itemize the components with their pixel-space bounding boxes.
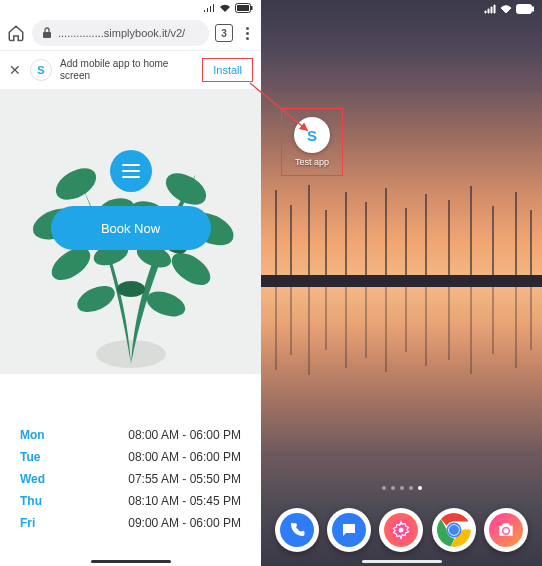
dock-camera-icon[interactable] — [484, 508, 528, 552]
more-menu-icon[interactable] — [239, 27, 255, 40]
dock-settings-icon[interactable] — [379, 508, 423, 552]
install-banner: ✕ S Add mobile app to home screen Instal… — [0, 50, 261, 90]
home-icon[interactable] — [6, 23, 26, 43]
install-banner-text: Add mobile app to home screen — [60, 58, 194, 82]
svg-rect-1 — [237, 5, 249, 11]
nav-indicator — [362, 560, 442, 563]
svg-rect-3 — [43, 32, 51, 38]
page-indicator — [382, 486, 422, 490]
install-button[interactable]: Install — [202, 58, 253, 82]
wifi-icon — [500, 4, 512, 14]
installed-app-label: Test app — [295, 157, 329, 167]
svg-point-4 — [96, 340, 166, 368]
time-label: 08:00 AM - 06:00 PM — [128, 428, 241, 442]
app-logo-icon: S — [30, 59, 52, 81]
time-label: 08:10 AM - 05:45 PM — [128, 494, 241, 508]
hamburger-menu-button[interactable] — [110, 150, 152, 192]
status-bar — [0, 0, 261, 16]
book-now-button[interactable]: Book Now — [51, 206, 211, 250]
tabs-button[interactable]: 3 — [215, 24, 233, 42]
wallpaper-boats — [261, 180, 542, 380]
svg-rect-23 — [532, 7, 534, 11]
business-hours: Mon08:00 AM - 06:00 PM Tue08:00 AM - 06:… — [0, 374, 261, 544]
time-label: 09:00 AM - 06:00 PM — [128, 516, 241, 530]
hours-row: Tue08:00 AM - 06:00 PM — [20, 446, 241, 468]
day-label: Thu — [20, 494, 60, 508]
svg-point-12 — [143, 287, 188, 321]
day-label: Tue — [20, 450, 60, 464]
battery-icon — [235, 3, 253, 13]
status-bar — [261, 0, 542, 16]
dock — [261, 508, 542, 552]
url-text: ...............simplybook.it/v2/ — [58, 27, 185, 39]
hours-row: Mon08:00 AM - 06:00 PM — [20, 424, 241, 446]
time-label: 07:55 AM - 05:50 PM — [128, 472, 241, 486]
close-icon[interactable]: ✕ — [8, 62, 22, 78]
dock-phone-icon[interactable] — [275, 508, 319, 552]
hours-row: Fri09:00 AM - 06:00 PM — [20, 512, 241, 534]
day-label: Wed — [20, 472, 60, 486]
svg-point-11 — [166, 247, 216, 292]
svg-point-20 — [117, 281, 145, 297]
hero-section: Book Now — [0, 90, 261, 374]
hours-row: Thu08:10 AM - 05:45 PM — [20, 490, 241, 512]
hours-row: Wed07:55 AM - 05:50 PM — [20, 468, 241, 490]
svg-rect-38 — [261, 275, 542, 287]
signal-icon — [203, 3, 215, 13]
svg-rect-2 — [251, 6, 253, 10]
svg-point-9 — [160, 167, 211, 212]
battery-icon — [516, 4, 534, 14]
svg-point-53 — [399, 528, 404, 533]
url-bar[interactable]: ...............simplybook.it/v2/ — [32, 20, 209, 46]
svg-point-5 — [50, 162, 101, 207]
dock-messages-icon[interactable] — [327, 508, 371, 552]
day-label: Fri — [20, 516, 60, 530]
svg-point-57 — [449, 525, 459, 535]
svg-point-8 — [73, 281, 119, 318]
nav-indicator — [91, 560, 171, 563]
time-label: 08:00 AM - 06:00 PM — [128, 450, 241, 464]
svg-rect-22 — [518, 6, 530, 12]
tab-count: 3 — [221, 28, 227, 39]
lock-icon — [42, 27, 52, 39]
day-label: Mon — [20, 428, 60, 442]
installed-app-highlight: S Test app — [281, 108, 343, 176]
installed-app-icon[interactable]: S — [294, 117, 330, 153]
signal-icon — [484, 4, 496, 14]
dock-chrome-icon[interactable] — [432, 508, 476, 552]
wifi-icon — [219, 3, 231, 13]
browser-toolbar: ...............simplybook.it/v2/ 3 — [0, 16, 261, 50]
